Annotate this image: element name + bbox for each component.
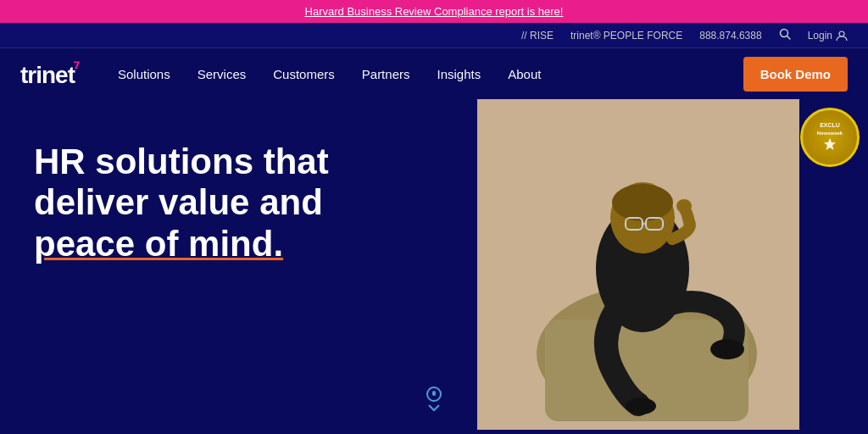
logo-superscript: ⁷ [73,59,79,78]
login-button[interactable]: Login [808,30,848,42]
hero-content: HR solutions that deliver value and peac… [0,99,477,298]
nav-item-partners[interactable]: Partners [348,48,424,99]
hero-image-container: EXCLU Newsweek [477,99,868,430]
people-force-label: trinet® PEOPLE FORCE [570,30,682,42]
hero-person-svg [477,99,799,430]
svg-point-7 [626,398,656,415]
book-demo-button[interactable]: Book Demo [743,57,848,92]
logo-text: trinet⁷ [20,58,79,89]
star-icon [823,137,837,151]
scroll-indicator [417,381,451,421]
nav-item-insights[interactable]: Insights [423,48,494,99]
logo-tri: tri [20,62,42,88]
svg-point-10 [612,184,673,221]
nav-item-customers[interactable]: Customers [259,48,348,99]
announcement-bar: Harvard Business Review Compliance repor… [0,0,868,23]
logo[interactable]: trinet⁷ [20,58,79,89]
hero-section: HR solutions that deliver value and peac… [0,99,868,430]
announcement-link[interactable]: Harvard Business Review Compliance repor… [305,5,564,18]
svg-marker-15 [824,138,836,150]
award-text: EXCLU Newsweek [817,122,843,153]
nav-item-services[interactable]: Services [184,48,260,99]
phone-nav-item[interactable]: 888.874.6388 [699,30,761,42]
user-icon [836,30,848,42]
hero-line2: deliver value and [34,182,323,222]
svg-rect-17 [432,391,436,396]
people-force-nav-item[interactable]: trinet® PEOPLE FORCE [570,30,682,42]
hero-image [477,99,799,430]
svg-line-1 [787,36,790,40]
rise-label: // RISE [521,30,554,42]
nav-items: Solutions Services Customers Partners In… [104,48,743,99]
nav-item-about[interactable]: About [494,48,554,99]
login-label: Login [808,30,832,42]
svg-point-2 [839,31,844,36]
hero-line3: peace of mind. [34,224,283,264]
main-nav: trinet⁷ Solutions Services Customers Par… [0,48,868,99]
nav-item-solutions[interactable]: Solutions [104,48,184,99]
svg-point-14 [676,199,692,213]
search-icon[interactable] [779,28,791,42]
award-badge: EXCLU Newsweek [800,108,860,167]
secondary-nav: // RISE trinet® PEOPLE FORCE 888.874.638… [0,23,868,48]
scroll-down-icon [417,381,451,415]
hero-line1: HR solutions that [34,142,329,181]
hero-headline: HR solutions that deliver value and peac… [34,142,477,264]
svg-point-8 [710,339,744,359]
logo-net: net [42,62,75,88]
rise-nav-item[interactable]: // RISE [521,30,554,42]
phone-number: 888.874.6388 [699,30,761,42]
